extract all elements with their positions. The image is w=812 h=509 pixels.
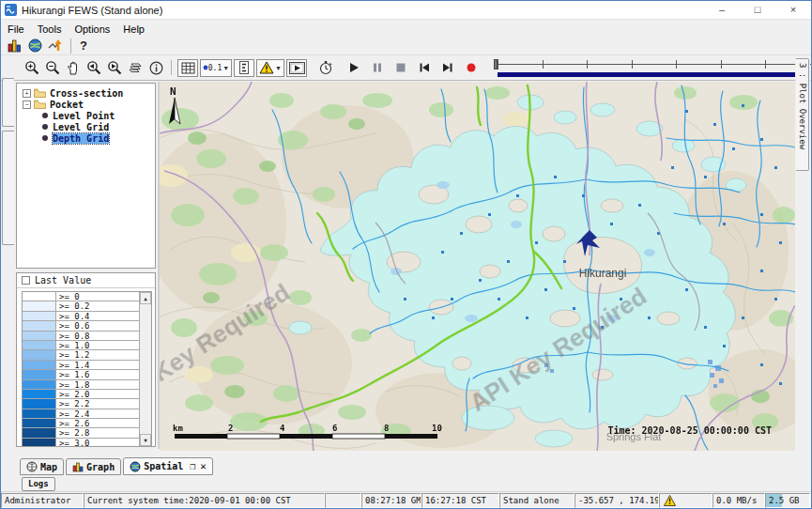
menu-tools[interactable]: Tools [31,23,69,36]
warning-dropdown-button[interactable]: ▼ [256,59,284,77]
bullet-icon [42,124,48,130]
tree-item-depth-grid[interactable]: Depth Grid [17,132,155,144]
tab-data-viewer[interactable]: 6 : Data Viewer [2,131,14,245]
info-button[interactable] [146,58,166,77]
legend-row: >= 1.0 [23,341,151,350]
map-view[interactable]: API Key Required API Key Required Hikura… [160,82,795,451]
pan-button[interactable] [63,58,84,77]
display-tabs: Map Graph Spatial ❒ ✕ [14,456,795,475]
record-button[interactable] [461,58,482,77]
legend-swatch [23,370,56,378]
tab-plot-overview[interactable]: 3 : Plot Overview [796,58,809,171]
folder-icon [34,88,46,98]
status-warning[interactable] [659,493,712,508]
status-coordinates: -35.657 , 174.199 [575,493,659,508]
import-button[interactable] [45,37,66,55]
legend-label: >= 0 [56,292,80,301]
globe-icon [26,461,38,472]
legend-swatch [23,361,56,369]
legend-label: >= 0.8 [56,332,90,340]
legend-scrollbar[interactable]: ▲ ▼ [139,292,151,446]
tree-item-cross-section[interactable]: +Cross-section [17,87,155,99]
legend-row: >= 2.2 [23,399,151,409]
collapse-icon[interactable]: − [23,100,31,109]
zoom-out-icon [45,60,60,75]
tab-maximize-icon[interactable]: ❒ [190,461,195,471]
legend-label: >= 1.4 [56,361,90,369]
tree-item-level-grid[interactable]: Level Grid [17,121,155,132]
legend-table: >= 0>= 0.2>= 0.4>= 0.6>= 0.8>= 1.0>= 1.2… [22,291,152,446]
logs-button[interactable]: Logs [22,477,55,491]
tree-item-pocket[interactable]: −Pocket [17,99,155,110]
left-tab-strip: 5 : Forec 6 : Data Viewer [1,82,14,455]
legend-row: >= 2.6 [23,419,151,428]
flood-map[interactable]: API Key Required API Key Required Hikura… [160,82,795,451]
legend-row: >= 1.2 [23,350,151,360]
grid-button[interactable] [177,59,198,77]
zoom-out-button[interactable] [42,58,63,77]
step-backward-icon [419,62,430,73]
tab-forecast[interactable]: 5 : Forec [2,78,14,127]
slider-tick [765,60,766,69]
legend-label: >= 1.2 [56,350,90,359]
help-icon[interactable]: ? [76,39,91,53]
legend-row: >= 0.8 [23,332,151,341]
zoom-next-icon [107,60,122,75]
step-forward-icon [442,62,453,73]
menu-file[interactable]: File [1,23,31,36]
time-slider[interactable] [494,57,812,78]
minimize-button[interactable]: – [704,1,740,19]
play-button[interactable] [344,58,364,77]
scroll-up-icon[interactable]: ▲ [140,292,151,304]
svg-text:4: 4 [280,424,285,433]
app-icon [5,4,17,16]
legend-swatch [23,380,56,389]
legend-swatch [23,428,56,437]
pause-button[interactable] [367,58,388,77]
svg-text:8: 8 [384,424,389,433]
slider-handle[interactable] [494,59,498,69]
tree-item-level-point[interactable]: Level Point [17,110,155,121]
map-display-button[interactable] [24,37,45,55]
tab-map[interactable]: Map [20,458,64,475]
chart-icon [72,461,84,472]
database-button[interactable] [4,37,24,55]
zoom-previous-button[interactable] [84,58,104,77]
zoom-next-button[interactable] [104,58,125,77]
slider-tick [676,60,677,69]
legend-panel: Last Value >= 0>= 0.2>= 0.4>= 0.6>= 0.8>… [16,272,156,447]
map-display-icon [28,39,42,53]
interval-dropdown-button[interactable]: 0.1▼ [200,59,232,77]
legend-button[interactable] [234,59,254,77]
menu-options[interactable]: Options [68,23,116,36]
layers-button[interactable] [125,58,146,77]
legend-row: >= 1.4 [23,361,151,370]
database-icon [8,39,22,53]
tab-spatial[interactable]: Spatial ❒ ✕ [123,457,213,475]
maximize-button[interactable]: □ [740,1,775,19]
legend-label: >= 1.0 [56,341,90,349]
menu-help[interactable]: Help [116,23,151,36]
close-button[interactable]: × [775,1,811,19]
last-value-checkbox[interactable] [22,276,30,285]
stop-button[interactable] [391,58,411,77]
zoom-in-button[interactable] [22,58,42,77]
step-backward-button[interactable] [414,58,435,77]
animation-button[interactable] [286,59,307,77]
scroll-down-icon[interactable]: ▼ [140,434,151,446]
step-forward-button[interactable] [437,58,458,77]
status-memory: 2.5 GB [765,493,810,508]
legend-swatch [23,341,56,349]
timer-button[interactable] [315,58,336,77]
legend-row: >= 0.4 [23,312,151,321]
legend-swatch [23,321,56,330]
legend-header: Last Value [17,273,155,288]
tab-graph[interactable]: Graph [66,458,121,475]
grid-icon [181,62,195,74]
svg-text:2: 2 [228,424,233,433]
legend-label: >= 2.4 [56,409,90,418]
tab-close-icon[interactable]: ✕ [200,460,207,472]
tree-item-label: Level Grid [53,122,109,132]
expand-icon[interactable]: + [23,89,31,98]
import-icon [48,39,63,53]
